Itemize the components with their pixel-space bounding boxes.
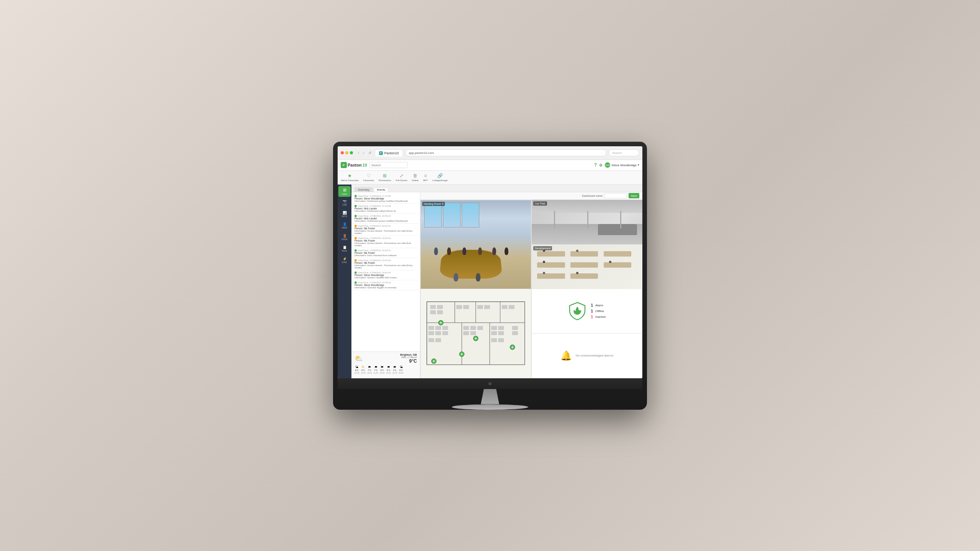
browser-tab[interactable]: P Paxton10	[375, 149, 403, 157]
app-search-input[interactable]	[369, 162, 408, 168]
svg-rect-37	[492, 338, 497, 342]
event-time: Date/Time: 17/08/2021 10:03:01	[358, 225, 391, 227]
event-item[interactable]: Date/Time: 17/08/2021 17:19:38 Person: S…	[353, 194, 418, 204]
alarm-label: Alarm	[595, 304, 603, 307]
tab-events[interactable]: Events	[374, 187, 389, 192]
event-person: Person: Nick Lander	[354, 207, 417, 210]
event-person: Person: Nik Foster	[354, 239, 417, 242]
event-dot	[354, 237, 357, 239]
svg-rect-36	[513, 332, 518, 335]
svg-rect-38	[498, 338, 504, 342]
event-info: Information: Access denied - Permissions…	[354, 264, 417, 269]
event-item[interactable]: Date/Time: 17/08/2021 10:03:14 Person: N…	[353, 248, 418, 258]
event-info: Information: System modified (Nik Foster…	[354, 276, 417, 279]
tab-summary-label: Summary	[358, 188, 369, 191]
weather-hour-temp: 8°C	[355, 369, 359, 371]
monitor-chin	[338, 378, 642, 389]
alarm-stat-alarm: 1 Alarm	[591, 303, 606, 307]
weather-hour-temp: 5°C	[399, 369, 403, 371]
event-time: Date/Time: 17/08/2021 10:03:10	[358, 237, 391, 239]
camera-carpark-cell[interactable]: Car Park	[532, 200, 642, 245]
app-user[interactable]: SW Steve Woodbridge ▾	[605, 162, 639, 168]
weather-location: Brighton, GB	[400, 353, 417, 356]
event-item[interactable]: Date/Time: 17/08/2021 10:03:43 Person: S…	[353, 270, 418, 280]
camera-development-cell[interactable]: Development	[532, 245, 642, 289]
browser-dots	[341, 151, 353, 154]
weather-hour-temp: 5°C	[387, 369, 390, 371]
camera-meeting-room-cell[interactable]: Meeting Room 5	[420, 200, 531, 289]
weather-hour-time: 00:00	[380, 372, 385, 374]
people-icon: 👤	[343, 222, 347, 226]
svg-rect-11	[438, 311, 443, 314]
toolbar-btn-fullscreen[interactable]: ⤢ Full Screen	[396, 173, 407, 181]
delete-label: Delete	[412, 179, 418, 181]
fullscreen-icon: ⤢	[400, 173, 403, 178]
monitor-bezel: ‹ › ↺ P Paxton10 app.paxton10.com Search	[333, 142, 647, 389]
browser-address-bar[interactable]: app.paxton10.com	[405, 149, 606, 156]
browser-search-bar[interactable]: Search	[609, 149, 639, 156]
event-item[interactable]: Date/Time: 17/08/2021 10:03:30 Person: N…	[353, 258, 418, 270]
event-item[interactable]: Date/Time: 17/08/2021 14:40:52 Person: S…	[353, 280, 418, 290]
svg-rect-25	[436, 338, 441, 342]
app-logo-icon: P	[341, 162, 347, 168]
delete-icon: 🗑	[413, 173, 418, 178]
event-info: Information: Door unlocked from software	[354, 254, 417, 257]
event-dot	[354, 249, 357, 252]
weather-hour-time: 15:00	[361, 372, 366, 374]
svg-rect-14	[478, 306, 483, 309]
weather-temp: 9°C	[400, 358, 417, 364]
sidebar-item-people[interactable]: 👤 PEOP	[338, 221, 351, 231]
weather-hour-item: 🌧 5°C 03:00	[386, 365, 391, 374]
dashboard-save-btn[interactable]: Save	[629, 193, 639, 198]
user-name: Steve Woodbridge	[611, 164, 637, 167]
toolbar-btn-delete[interactable]: 🗑 Delete	[412, 173, 418, 181]
browser-forward[interactable]: ›	[362, 150, 365, 156]
floorplan-cell[interactable]	[420, 289, 531, 378]
sidebar-item-doors[interactable]: 🚪 DOOR	[338, 232, 351, 243]
toolbar-btn-favourites-add[interactable]: ★ Add to Favourites	[341, 173, 359, 181]
browser-dot-yellow[interactable]	[345, 151, 348, 154]
settings-icon[interactable]: ⚙	[599, 163, 603, 167]
rules-label: RULE	[342, 250, 347, 252]
right-column: Car Park Development	[531, 200, 642, 289]
event-item[interactable]: Date/Time: 17/08/2021 10:59:23 Person: N…	[353, 214, 418, 224]
weather-hour-item: ⛅ 8°C 15:00	[361, 365, 366, 374]
toolbar-btn-mft[interactable]: ≡ MFT	[423, 173, 428, 181]
doors-label: DOOR	[342, 238, 348, 240]
help-icon[interactable]: ?	[594, 162, 597, 168]
weather-hour-item: 🌤 5°C 09:00	[399, 365, 404, 374]
event-person: Person: Nik Foster	[354, 252, 417, 254]
browser-dot-green[interactable]	[350, 151, 353, 154]
sidebar-item-dashboard[interactable]: ⊞ DASH	[338, 186, 351, 197]
event-dot	[354, 259, 357, 262]
content-tabs: Summary Events	[351, 185, 642, 192]
svg-rect-18	[429, 326, 434, 330]
tab-title: Paxton10	[384, 151, 399, 155]
inactive-label: Inactive	[595, 315, 606, 319]
cameras-icon: 📷	[343, 199, 347, 203]
event-item[interactable]: Date/Time: 17/08/2021 17:19:38 Person: N…	[353, 204, 418, 214]
svg-rect-31	[492, 326, 497, 330]
tab-summary[interactable]: Summary	[354, 187, 373, 192]
fullscreen-label: Full Screen	[396, 179, 407, 181]
sidebar-item-cameras[interactable]: 📷 CAM	[338, 198, 351, 208]
events-panel: Date/Time: 17/08/2021 17:19:38 Person: S…	[351, 192, 420, 378]
sidebar-item-rules[interactable]: 📋 RULE	[338, 244, 351, 254]
svg-rect-23	[443, 332, 448, 335]
toolbar-btn-favourites[interactable]: ♡ Favourites	[363, 173, 374, 181]
weather-panel: ⛅ Brighton, GB Wed, 17 March 9°C	[351, 352, 420, 378]
toolbar-btn-linkage[interactable]: 🔗 Linkage/Image	[433, 173, 448, 181]
app-logo: P Paxton 10	[341, 162, 367, 168]
browser-refresh[interactable]: ↺	[367, 150, 372, 156]
events-list[interactable]: Date/Time: 17/08/2021 17:19:38 Person: S…	[351, 192, 420, 352]
sidebar-item-events[interactable]: ⚡ EVNT	[338, 255, 351, 266]
browser-dot-red[interactable]	[341, 151, 344, 154]
dashboard-name-input[interactable]	[604, 193, 627, 198]
event-item[interactable]: Date/Time: 17/08/2021 10:03:10 Person: N…	[353, 236, 418, 248]
toolbar-btn-permissions[interactable]: ⊞ Permissions	[379, 173, 391, 181]
sidebar-item-reports[interactable]: 📊 RPTS	[338, 209, 351, 220]
browser-back[interactable]: ‹	[357, 150, 360, 156]
event-item[interactable]: Date/Time: 17/08/2021 10:03:01 Person: N…	[353, 224, 418, 236]
svg-rect-2	[455, 302, 476, 323]
event-person: Person: Steve Woodbridge	[354, 284, 417, 286]
